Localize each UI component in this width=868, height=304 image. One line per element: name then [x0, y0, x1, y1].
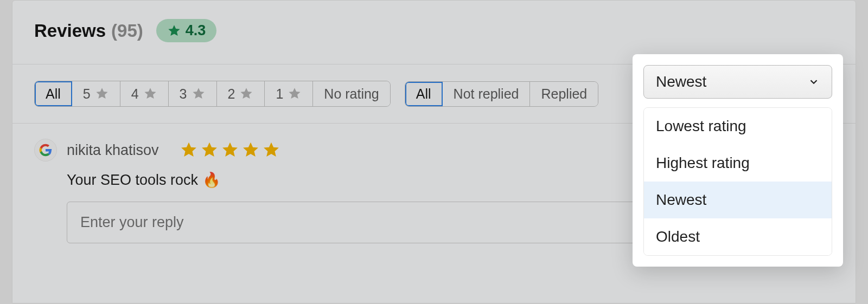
sort-trigger[interactable]: Newest [643, 65, 832, 99]
sort-option-lowest[interactable]: Lowest rating [644, 108, 832, 145]
sort-option-highest[interactable]: Highest rating [644, 145, 832, 182]
chevron-down-icon [808, 76, 820, 88]
sort-trigger-label: Newest [656, 73, 706, 90]
sort-menu: Lowest rating Highest rating Newest Olde… [643, 107, 832, 256]
sort-option-newest[interactable]: Newest [644, 182, 832, 218]
sort-dropdown: Newest Lowest rating Highest rating Newe… [633, 54, 843, 267]
sort-option-oldest[interactable]: Oldest [644, 218, 832, 255]
